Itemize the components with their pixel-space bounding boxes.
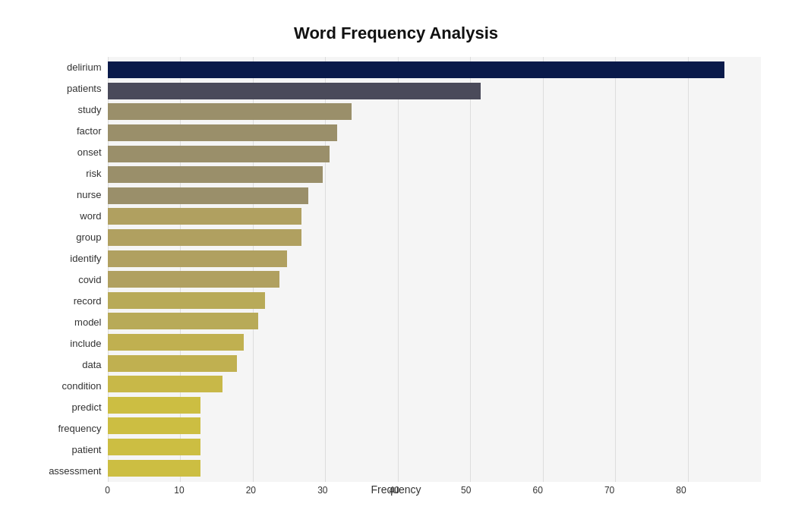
y-label-model: model [74, 312, 101, 333]
y-label-risk: risk [86, 163, 101, 184]
y-axis-labels: deliriumpatientsstudyfactoronsetrisknurs… [32, 57, 108, 482]
bar-condition [108, 376, 222, 392]
y-label-assessment: assessment [49, 461, 101, 482]
y-label-patient: patient [71, 439, 101, 461]
x-tick-40: 40 [390, 485, 399, 496]
bar-identify [108, 250, 287, 267]
y-label-include: include [70, 333, 101, 354]
bar-covid [108, 271, 280, 288]
bar-row-covid [108, 269, 753, 289]
x-tick-0: 0 [105, 485, 110, 496]
bar-data [108, 355, 237, 372]
x-tick-30: 30 [317, 485, 327, 496]
bar-row-risk [108, 165, 753, 184]
chart-title: Word Frequency Analysis [32, 24, 761, 43]
bar-word [108, 208, 301, 225]
bar-row-identify [108, 249, 753, 269]
bar-row-data [108, 354, 753, 373]
bar-row-delirium [108, 60, 753, 80]
y-label-study: study [77, 99, 101, 121]
y-label-patients: patients [67, 78, 102, 99]
bar-risk [108, 166, 323, 183]
x-tick-70: 70 [604, 485, 614, 496]
bar-row-factor [108, 123, 753, 143]
plot-area: deliriumpatientsstudyfactoronsetrisknurs… [32, 57, 761, 482]
y-label-group: group [76, 227, 101, 248]
bar-row-study [108, 102, 753, 121]
x-tick-20: 20 [246, 485, 256, 496]
bar-row-condition [108, 374, 753, 394]
y-label-onset: onset [77, 142, 102, 163]
y-label-word: word [80, 206, 101, 227]
bar-delirium [108, 61, 724, 78]
bar-predict [108, 397, 201, 414]
bar-model [108, 313, 258, 329]
bar-assessment [108, 460, 201, 477]
y-label-predict: predict [71, 397, 101, 418]
y-label-factor: factor [77, 121, 102, 142]
chart-container: Word Frequency Analysis deliriumpatients… [17, 8, 776, 524]
y-label-frequency: frequency [58, 418, 101, 439]
bar-study [108, 103, 352, 120]
bar-factor [108, 124, 337, 141]
bar-row-include [108, 332, 753, 352]
y-label-covid: covid [78, 269, 101, 291]
bar-nurse [108, 187, 308, 204]
bar-frequency [108, 417, 201, 434]
y-label-nurse: nurse [77, 184, 102, 206]
x-tick-80: 80 [676, 485, 686, 496]
bar-group [108, 229, 301, 246]
bar-row-nurse [108, 186, 753, 206]
bar-row-record [108, 291, 753, 310]
y-label-data: data [82, 354, 101, 376]
bar-onset [108, 146, 330, 162]
y-label-record: record [74, 291, 102, 312]
bar-row-group [108, 228, 753, 247]
bar-patients [108, 83, 481, 99]
bar-row-model [108, 311, 753, 331]
bars-grid [108, 57, 761, 482]
bar-row-onset [108, 144, 753, 164]
bar-row-patients [108, 81, 753, 101]
bar-row-predict [108, 395, 753, 415]
y-label-delirium: delirium [67, 57, 102, 78]
bar-patient [108, 439, 201, 455]
x-tick-60: 60 [532, 485, 542, 496]
bar-include [108, 334, 244, 351]
y-label-identify: identify [70, 248, 101, 269]
y-label-condition: condition [62, 376, 101, 397]
bar-row-patient [108, 437, 753, 457]
chart-area: deliriumpatientsstudyfactoronsetrisknurs… [32, 57, 761, 467]
bar-row-assessment [108, 458, 753, 478]
x-tick-10: 10 [174, 485, 184, 496]
bar-row-word [108, 206, 753, 226]
x-tick-50: 50 [461, 485, 471, 496]
bar-row-frequency [108, 416, 753, 436]
bar-record [108, 292, 266, 309]
